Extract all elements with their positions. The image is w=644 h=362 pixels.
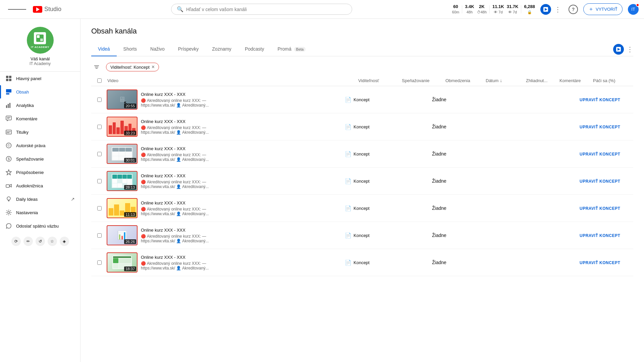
row-check-2[interactable] [91,125,107,129]
channel-info: IT ACADEMY Váš kanál IT Academy [0,21,80,72]
tab-videos[interactable]: Videá [91,42,117,56]
create-button[interactable]: ＋ VYTVORIŤ [583,3,623,15]
edit-button-4[interactable]: UPRAVIŤ KONCEPT [580,179,620,184]
sidebar-icon-2[interactable]: ✏ [23,237,33,246]
edit-button-5[interactable]: UPRAVIŤ KONCEPT [580,206,620,211]
sidebar-item-analytics[interactable]: Analytika [0,99,80,112]
row-check-5[interactable] [91,206,107,210]
sidebar-item-content[interactable]: Obsah [0,85,80,99]
sidebar-item-dashboard[interactable]: Hlavný panel [0,72,80,85]
tab-promo[interactable]: Promá Beta [271,42,312,56]
tab-playlists[interactable]: Zoznamy [205,42,238,56]
svg-rect-21 [6,185,9,187]
sidebar-icon-1[interactable]: ⟳ [11,237,21,246]
stat-11.1k: 11.1K 👁 7d [492,4,504,14]
video-desc2-2: https://www.vita.sk/ 👤 Akreditovaný... [141,130,341,135]
help-icon[interactable]: ? [569,5,578,14]
visibility-cell-5: 📄 Koncept [345,205,388,212]
row-check-3[interactable] [91,152,107,156]
more-options-icon[interactable]: ⋮ [552,4,563,15]
col-check-header[interactable] [91,78,107,83]
sidebar-item-comments[interactable]: Komentáre [0,112,80,125]
table-row-6: 📊 26:26 Online kurz XXX - XXX 🔴 Akredito… [91,222,633,249]
studio-label: Studio [44,6,61,13]
visibility-cell-6: 📄 Koncept [345,232,388,239]
tab-podcasts[interactable]: Podcasty [238,42,271,56]
edit-button-2[interactable]: UPRAVIŤ KONCEPT [580,125,620,129]
select-all-checkbox[interactable] [97,78,102,83]
visibility-cell-2: 📄 Koncept [345,124,388,130]
tab-yt-icon[interactable] [613,44,624,55]
restrictions-cell-4: Žiadne [432,178,472,184]
search-icon: 🔍 [177,6,183,12]
video-thumbnail-2[interactable]: 33:23 [107,117,137,136]
create-label: VYTVORIŤ [596,7,618,12]
video-title-2: Online kurz XXX - XXX [141,119,341,124]
video-info-1: Online kurz XXX - XXX 🔴 Akreditovaný onl… [137,92,345,108]
sidebar-item-monetization[interactable]: $ Speňažovanie [0,152,80,166]
col-restrictions-header: Obmedzenia [445,78,486,83]
row-checkbox-4[interactable] [97,179,102,183]
video-desc2-6: https://www.vita.sk/ 👤 Akreditovaný... [141,239,341,243]
edit-button-3[interactable]: UPRAVIŤ KONCEPT [580,152,620,157]
row-checkbox-7[interactable] [97,260,102,265]
sidebar-item-customization[interactable]: Prispôsobenie [0,166,80,179]
video-info-2: Online kurz XXX - XXX 🔴 Akreditovaný onl… [137,119,345,135]
video-thumbnail-4[interactable]: 28:13 [107,172,137,190]
sidebar-item-subtitles[interactable]: Titulky [0,125,80,139]
yt-icon[interactable] [540,4,551,15]
row-check-4[interactable] [91,179,107,183]
table-header: Video Viditeľnosť Speňažovanie Obmedzeni… [91,75,633,86]
video-desc1-4: 🔴 Akreditovaný online kurz XXX: — [141,180,341,184]
edit-button-6[interactable]: UPRAVIŤ KONCEPT [580,233,620,238]
row-checkbox-3[interactable] [97,152,102,156]
tab-more-icon[interactable]: ⋮ [627,45,633,53]
sidebar-item-feedback[interactable]: Odoslať spätnú väzbu [0,219,80,233]
filter-chip-close[interactable]: × [152,64,155,70]
sort-arrow: ↓ [500,78,502,83]
video-thumbnail-3[interactable]: 30:01 [107,144,137,163]
row-checkbox-6[interactable] [97,233,102,238]
row-check-7[interactable] [91,260,107,265]
sidebar-item-settings[interactable]: Nastavenia [0,206,80,219]
video-thumbnail-1[interactable]: 🖥 ↖ 20:55 [107,90,137,109]
video-thumbnail-6[interactable]: 📊 26:26 [107,226,137,245]
sidebar-item-label-analytics: Analytika [16,103,34,108]
menu-icon[interactable] [5,6,29,13]
col-likes-header: Páči sa (%) [593,78,633,83]
dailyideas-icon [5,196,12,202]
sidebar-icon-5[interactable]: ◈ [60,237,69,246]
edit-button-1[interactable]: UPRAVIŤ KONCEPT [580,98,620,102]
restrictions-cell-5: Žiadne [432,205,472,211]
stats-section: 60 60m 3.4K 48h 2K ⏱48h 11.1K 👁 7d 31.7K… [452,4,535,14]
tab-live[interactable]: Naživo [144,42,171,56]
tab-posts[interactable]: Príspevky [171,42,205,56]
col-date-header[interactable]: Dátum ↓ [486,78,526,83]
sidebar-icon-4[interactable]: ☆ [48,237,57,246]
table-row-4: 28:13 Online kurz XXX - XXX 🔴 Akreditova… [91,168,633,195]
topbar: Studio 🔍 60 60m 3.4K 48h 2K ⏱48h [0,0,644,19]
video-thumbnail-7[interactable]: 18:37 [107,253,137,272]
search-input[interactable] [186,7,346,12]
avatar[interactable]: IT [628,4,639,15]
row-checkbox-5[interactable] [97,206,102,210]
row-checkbox-2[interactable] [97,125,102,129]
row-check-6[interactable] [91,233,107,238]
video-duration-7: 18:37 [124,266,136,271]
filter-sort-button[interactable] [91,62,102,72]
video-thumbnail-5[interactable]: 11:13 [107,199,137,218]
search-bar[interactable]: 🔍 [171,4,352,15]
row-video-5: 11:13 Online kurz XXX - XXX 🔴 Akreditova… [107,199,345,218]
tab-shorts[interactable]: Shorts [117,42,144,56]
sidebar-item-audiolibrary[interactable]: Audioknižnica [0,179,80,192]
sidebar-icon-3[interactable]: ↺ [36,237,45,246]
yt-studio-logo[interactable]: Studio [33,6,61,13]
sidebar-item-dailyideas[interactable]: Daily Ideas ↗ [0,192,80,206]
analytics-icon [5,102,12,109]
filter-chip-visibility[interactable]: Viditeľnosť: Koncept × [106,63,159,71]
row-check-1[interactable] [91,98,107,102]
row-checkbox-1[interactable] [97,98,102,102]
sidebar-item-copyright[interactable]: © Autorské práva [0,139,80,152]
edit-button-7[interactable]: UPRAVIŤ KONCEPT [580,260,620,265]
main-content: Obsah kanála Videá Shorts Naživo Príspev… [80,19,644,284]
